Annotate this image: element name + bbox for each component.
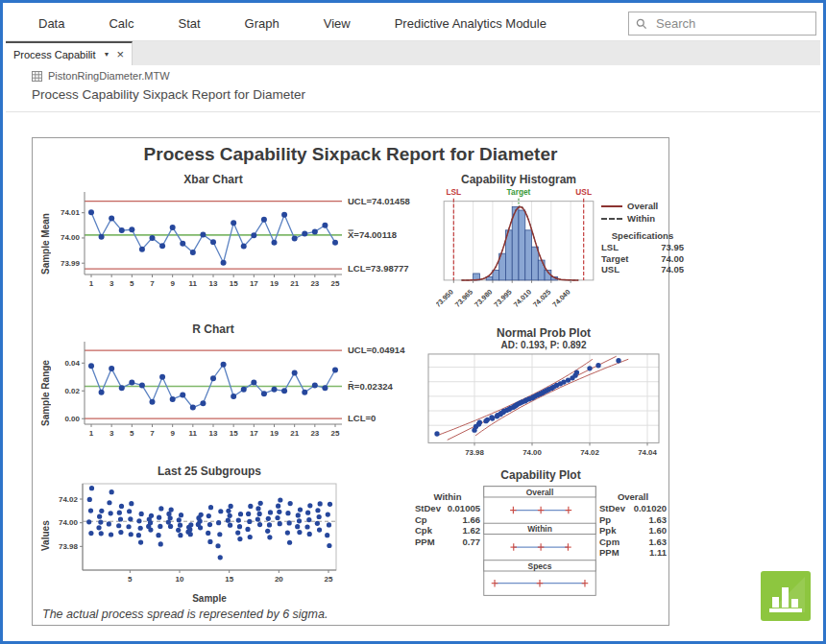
svg-text:0.04: 0.04 (64, 359, 80, 368)
svg-text:74.00: 74.00 (59, 518, 79, 527)
menu-item-predictive-analytics[interactable]: Predictive Analytics Module (395, 16, 547, 31)
xbar-chart-plot: 73.9974.0074.01135791113151719212325UCL=… (54, 186, 424, 301)
capability-plot: Capability Plot WithinStDev0.01005Cp1.66… (415, 468, 667, 601)
tab-strip: Process Capabilit... ▼ × (6, 41, 820, 65)
svg-text:R̄=0.02324: R̄=0.02324 (348, 381, 393, 392)
last25-x-axis-label: Sample (83, 593, 336, 605)
svg-text:15: 15 (225, 575, 233, 584)
minitab-logo-icon[interactable] (761, 571, 811, 621)
svg-text:23: 23 (310, 279, 319, 288)
last25-chart-plot: 73.9874.0074.02510152025 (54, 478, 344, 593)
svg-text:73.98: 73.98 (59, 542, 79, 551)
svg-text:19: 19 (270, 279, 279, 288)
search-input[interactable] (654, 15, 802, 32)
r-chart-plot: 0.000.020.04135791113151719212325UCL=0.0… (54, 336, 424, 451)
svg-text:21: 21 (290, 279, 299, 288)
svg-text:9: 9 (170, 279, 175, 288)
report-footnote: The actual process spread is represented… (42, 608, 328, 621)
svg-text:7: 7 (150, 279, 155, 288)
prob-plot-title: Normal Prob Plot (423, 326, 665, 340)
svg-text:73.995: 73.995 (492, 288, 513, 309)
capability-plot-intervals: OverallWithinSpecs (480, 482, 599, 601)
histogram-plot: LSLTargetUSL73.95073.96573.98073.99574.0… (436, 186, 601, 321)
menu-item-graph[interactable]: Graph (245, 16, 279, 31)
menu-item-view[interactable]: View (324, 16, 351, 31)
svg-text:73.965: 73.965 (453, 288, 474, 309)
svg-text:13: 13 (209, 429, 218, 438)
r-chart-y-axis-label: Sample Range (40, 346, 54, 441)
last25-subgroups-chart: Last 25 Subgroups Values 73.9874.0074.02… (40, 465, 344, 605)
worksheet-grid-icon (32, 71, 42, 82)
svg-text:11: 11 (189, 279, 198, 288)
svg-text:17: 17 (250, 429, 258, 438)
search-box[interactable] (628, 12, 816, 36)
svg-text:10: 10 (176, 575, 184, 584)
last25-y-axis-label: Values (40, 488, 54, 584)
svg-text:74.025: 74.025 (531, 288, 552, 309)
svg-text:UCL=74.01458: UCL=74.01458 (348, 196, 410, 206)
svg-text:3: 3 (109, 429, 114, 438)
svg-text:74.00: 74.00 (61, 233, 81, 242)
tab-process-capability[interactable]: Process Capabilit... ▼ × (6, 41, 133, 65)
normal-prob-plot: Normal Prob Plot AD: 0.193, P: 0.892 73.… (423, 326, 665, 469)
svg-text:23: 23 (310, 429, 319, 438)
svg-text:20: 20 (275, 575, 283, 584)
svg-text:5: 5 (130, 279, 134, 288)
menu-item-data[interactable]: Data (38, 16, 64, 31)
overall-stats-table: OverallStDev0.01020Pp1.63Ppk1.60Cpm1.63P… (599, 482, 667, 559)
svg-text:9: 9 (170, 429, 175, 438)
close-icon[interactable]: × (116, 49, 124, 60)
svg-text:17: 17 (250, 279, 258, 288)
worksheet-file-name: PistonRingDiameter.MTW (48, 70, 170, 82)
svg-text:0.00: 0.00 (64, 415, 80, 423)
svg-text:74.02: 74.02 (59, 495, 79, 504)
report-title: Process Capability Sixpack Report for Di… (33, 144, 668, 165)
svg-text:25: 25 (331, 429, 340, 438)
svg-text:73.99: 73.99 (61, 259, 81, 268)
svg-text:X̿=74.00118: X̿=74.00118 (348, 229, 397, 240)
svg-text:USL: USL (575, 187, 592, 197)
chevron-down-icon[interactable]: ▼ (103, 51, 109, 58)
heading-divider (6, 111, 820, 112)
histogram-legend-and-specs: OverallWithinSpecificationsLSL73.95Targe… (601, 186, 684, 275)
prob-plot-area: 73.9874.0074.0274.04 (423, 350, 665, 465)
svg-text:74.01: 74.01 (61, 208, 81, 217)
svg-text:0.02: 0.02 (64, 387, 80, 395)
svg-text:11: 11 (189, 429, 198, 438)
xbar-y-axis-label: Sample Mean (40, 196, 54, 292)
page-heading: Process Capability Sixpack Report for Di… (32, 87, 305, 102)
svg-text:15: 15 (230, 429, 238, 438)
svg-text:74.00: 74.00 (522, 448, 542, 457)
histogram-title: Capability Histogram (436, 173, 601, 186)
capability-histogram: Capability Histogram LSLTargetUSL73.9507… (425, 173, 684, 321)
svg-text:21: 21 (290, 429, 299, 438)
svg-text:1: 1 (89, 279, 94, 288)
svg-text:LSL: LSL (446, 187, 461, 197)
within-stats-table: WithinStDev0.01005Cp1.66Cpk1.62PPM0.77 (415, 482, 480, 547)
svg-text:74.04: 74.04 (638, 448, 657, 457)
svg-text:Overall: Overall (526, 488, 554, 497)
svg-text:1: 1 (89, 429, 94, 438)
svg-text:7: 7 (150, 429, 155, 438)
xbar-chart-title: Xbar Chart (85, 173, 342, 186)
svg-text:73.980: 73.980 (473, 288, 494, 309)
svg-text:73.98: 73.98 (465, 448, 484, 457)
svg-text:13: 13 (209, 279, 218, 288)
capability-plot-title: Capability Plot (415, 468, 667, 482)
svg-text:5: 5 (130, 429, 134, 438)
r-chart: R Chart Sample Range 0.000.020.041357911… (40, 322, 424, 451)
svg-text:Target: Target (507, 187, 531, 197)
svg-text:19: 19 (270, 429, 279, 438)
report-panel: Process Capability Sixpack Report for Di… (32, 137, 669, 626)
svg-text:LCL=0: LCL=0 (348, 413, 376, 423)
svg-text:Specs: Specs (528, 561, 552, 571)
svg-text:25: 25 (325, 575, 333, 584)
svg-text:25: 25 (331, 279, 340, 288)
svg-text:UCL=0.04914: UCL=0.04914 (348, 345, 405, 355)
svg-text:74.010: 74.010 (512, 288, 533, 309)
worksheet-file-row: PistonRingDiameter.MTW (32, 70, 170, 82)
tab-label: Process Capabilit... (13, 49, 96, 60)
svg-text:Within: Within (527, 524, 552, 534)
menu-item-calc[interactable]: Calc (109, 16, 134, 31)
menu-item-stat[interactable]: Stat (178, 16, 200, 31)
